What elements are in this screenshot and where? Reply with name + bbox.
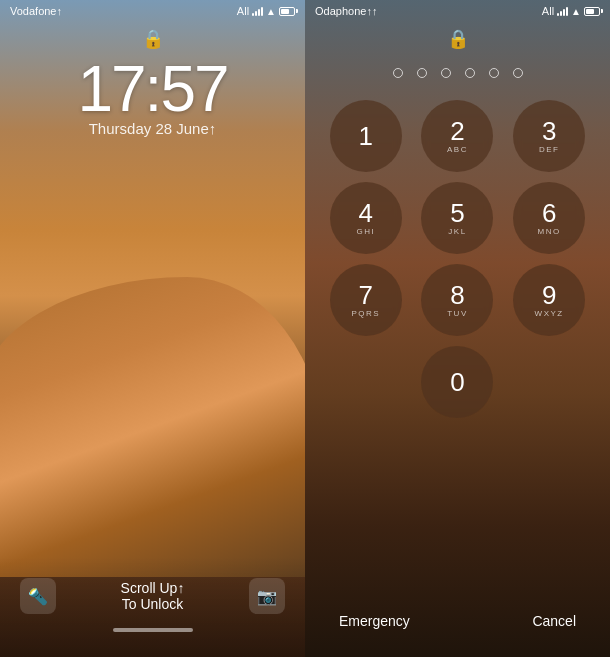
left-panel: Vodafone↑ All ▲ 🔒 17:57 Thursday 28 June… [0,0,305,657]
pin-dots-row [305,68,610,78]
pin-dot-6 [513,68,523,78]
scroll-line2: To Unlock [121,596,185,612]
key-6[interactable]: 6 MNO [513,182,585,254]
left-status-bar: Vodafone↑ All ▲ [0,0,305,22]
pin-dot-3 [441,68,451,78]
key-2[interactable]: 2 ABC [421,100,493,172]
key-0-number: 0 [450,369,464,395]
left-bottom-icons: 🔦 Scroll Up↑ To Unlock 📷 [0,578,305,614]
cancel-button[interactable]: Cancel [528,605,580,637]
key-9-number: 9 [542,282,556,308]
key-4-letters: GHI [356,227,375,236]
key-2-number: 2 [450,118,464,144]
key-1-number: 1 [359,123,373,149]
key-7[interactable]: 7 PQRS [330,264,402,336]
signal-bar-3 [563,9,565,16]
right-signal-bars [557,6,568,16]
key-1[interactable]: 1 [330,100,402,172]
signal-bar-2 [255,11,257,16]
pin-dot-1 [393,68,403,78]
signal-bar-2 [560,11,562,16]
emergency-button[interactable]: Emergency [335,605,414,637]
signal-bar-4 [566,7,568,16]
left-status-right: All ▲ [237,5,295,17]
key-3-number: 3 [542,118,556,144]
scroll-unlock-text: Scroll Up↑ To Unlock [121,580,185,612]
battery-icon [279,7,295,16]
wifi-icon: ▲ [266,6,276,17]
all-text: All [237,5,249,17]
pin-dot-4 [465,68,475,78]
left-lock-icon: 🔒 [142,28,164,50]
home-indicator [113,628,193,632]
signal-bar-4 [261,7,263,16]
key-5-number: 5 [450,200,464,226]
right-panel: Odaphone↑↑ All ▲ 🔒 1 2 [305,0,610,657]
keypad: 1 2 ABC 3 DEF 4 GHI 5 JKL 6 MNO 7 PQRS 8 [305,100,610,418]
pin-dot-5 [489,68,499,78]
signal-bar-1 [557,13,559,16]
key-8-number: 8 [450,282,464,308]
camera-button[interactable]: 📷 [249,578,285,614]
key-7-number: 7 [359,282,373,308]
key-4-number: 4 [359,200,373,226]
key-5[interactable]: 5 JKL [421,182,493,254]
key-9[interactable]: 9 WXYZ [513,264,585,336]
flashlight-button[interactable]: 🔦 [20,578,56,614]
scroll-line1: Scroll Up↑ [121,580,185,596]
right-lock-icon: 🔒 [447,28,469,50]
right-battery-fill [586,9,594,14]
left-date: Thursday 28 June↑ [0,120,305,137]
key-0[interactable]: 0 [421,346,493,418]
right-wifi-icon: ▲ [571,6,581,17]
signal-bar-3 [258,9,260,16]
key-6-number: 6 [542,200,556,226]
key-8-letters: TUV [447,309,468,318]
left-time: 17:57 [0,52,305,126]
left-carrier: Vodafone↑ [10,5,62,17]
right-status-bar: Odaphone↑↑ All ▲ [305,0,610,22]
key-8[interactable]: 8 TUV [421,264,493,336]
signal-bar-1 [252,13,254,16]
key-3[interactable]: 3 DEF [513,100,585,172]
pin-dot-2 [417,68,427,78]
all-text-right: All [542,5,554,17]
key-7-letters: PQRS [351,309,380,318]
signal-bars [252,6,263,16]
key-4[interactable]: 4 GHI [330,182,402,254]
keypad-bottom-actions: Emergency Cancel [305,605,610,637]
key-2-letters: ABC [447,145,468,154]
battery-fill [281,9,289,14]
right-carrier: Odaphone↑↑ [315,5,377,17]
left-bottom-bar: 🔦 Scroll Up↑ To Unlock 📷 [0,557,305,657]
right-status-right: All ▲ [542,5,600,17]
key-5-letters: JKL [448,227,466,236]
key-6-letters: MNO [538,227,561,236]
right-battery-icon [584,7,600,16]
key-9-letters: WXYZ [535,309,564,318]
key-3-letters: DEF [539,145,560,154]
